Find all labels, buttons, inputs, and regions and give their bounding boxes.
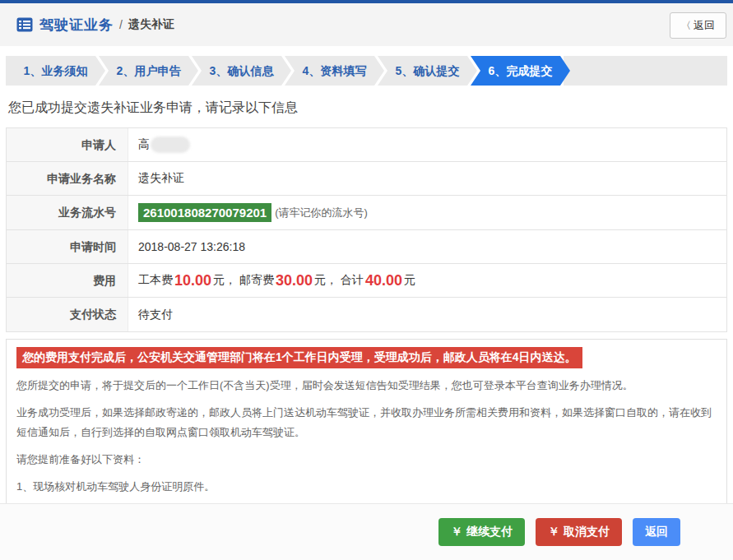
- serial-number-badge: 261001808270079201: [138, 203, 271, 222]
- step-tab-6: 6、完成提交: [471, 56, 570, 86]
- value-text: 高: [138, 137, 150, 152]
- table-row: 支付状态待支付: [7, 298, 726, 331]
- button-label: 取消支付: [564, 525, 610, 538]
- payment-alert-strip: 您的费用支付完成后，公安机关交通管理部门将在1个工作日内受理，受理成功后，邮政人…: [16, 347, 582, 368]
- table-row: 申请时间2018-08-27 13:26:18: [7, 230, 726, 264]
- value-text: 待支付: [138, 308, 173, 322]
- step-bar-filler: [564, 56, 727, 86]
- row-label: 支付状态: [7, 298, 128, 331]
- cancel-payment-button[interactable]: ￥取消支付: [536, 518, 622, 546]
- redacted-name-blob: [151, 137, 190, 153]
- step-progress-bar: 1、业务须知2、用户申告3、确认信息4、资料填写5、确认提交6、完成提交: [6, 56, 727, 86]
- serial-number-note: (请牢记你的流水号): [275, 206, 368, 220]
- yen-icon: ￥: [548, 525, 559, 538]
- fee-amount: 40.00: [365, 272, 402, 289]
- step-tab-1: 1、业务须知: [6, 56, 105, 86]
- row-label: 申请人: [7, 128, 128, 161]
- row-value: 工本费 10.00元， 邮寄费 30.00元， 合计 40.00元: [128, 264, 726, 297]
- success-message: 您已成功提交遗失补证业务申请，请记录以下信息: [8, 100, 725, 117]
- return-button[interactable]: 返回: [633, 518, 680, 546]
- back-button[interactable]: 〈返回: [670, 12, 726, 39]
- row-label: 申请业务名称: [7, 162, 128, 195]
- row-label: 申请时间: [7, 230, 128, 263]
- row-value: 待支付: [128, 298, 726, 331]
- value-text: 遗失补证: [138, 171, 184, 186]
- back-button-label: 返回: [694, 19, 715, 31]
- table-row: 费用工本费 10.00元， 邮寄费 30.00元， 合计 40.00元: [7, 264, 726, 298]
- step-tab-5: 5、确认提交: [378, 56, 477, 86]
- notice-paragraph: 1、现场核对机动车驾驶人身份证明原件。: [16, 477, 717, 497]
- value-text: 2018-08-27 13:26:18: [138, 240, 245, 253]
- fee-text: 工本费: [138, 273, 173, 288]
- button-label: 继续支付: [466, 525, 513, 538]
- license-list-icon: [16, 17, 33, 32]
- table-row: 申请人高: [7, 128, 726, 162]
- button-label: 返回: [645, 525, 668, 538]
- fee-amount: 30.00: [276, 272, 313, 289]
- back-chevron-icon: 〈: [681, 20, 691, 31]
- table-row: 业务流水号261001808270079201(请牢记你的流水号): [7, 196, 726, 230]
- breadcrumb-current: 遗失补证: [128, 17, 174, 32]
- row-value: 261001808270079201(请牢记你的流水号): [128, 196, 726, 229]
- page-header: 驾驶证业务 / 遗失补证 〈返回: [0, 3, 733, 46]
- action-button-bar: ￥继续支付￥取消支付返回: [0, 503, 733, 560]
- fee-text: 元， 合计: [314, 273, 364, 288]
- row-label: 费用: [7, 264, 128, 297]
- application-details-table: 申请人高申请业务名称遗失补证业务流水号261001808270079201(请牢…: [6, 127, 727, 332]
- continue-payment-button[interactable]: ￥继续支付: [438, 518, 525, 546]
- row-value: 高: [128, 128, 726, 161]
- step-tab-2: 2、用户申告: [99, 56, 198, 86]
- notice-paragraph: 您所提交的申请，将于提交后的一个工作日(不含当天)受理，届时会发送短信告知受理结…: [16, 376, 717, 396]
- page-title: 驾驶证业务: [39, 16, 114, 35]
- breadcrumb-separator: /: [119, 18, 123, 31]
- fee-text: 元: [404, 273, 415, 288]
- step-tab-3: 3、确认信息: [192, 56, 291, 86]
- step-tab-4: 4、资料填写: [285, 56, 384, 86]
- yen-icon: ￥: [451, 525, 462, 538]
- table-row: 申请业务名称遗失补证: [7, 162, 726, 196]
- fee-amount: 10.00: [174, 272, 211, 289]
- row-label: 业务流水号: [7, 196, 128, 229]
- fee-text: 元， 邮寄费: [213, 273, 274, 288]
- notice-paragraph: 请您提前准备好以下资料：: [16, 450, 717, 470]
- row-value: 2018-08-27 13:26:18: [128, 230, 726, 263]
- notice-paragraph: 业务成功受理后，如果选择邮政寄递的，邮政人员将上门送达机动车驾驶证，并收取办理业…: [16, 403, 717, 442]
- row-value: 遗失补证: [128, 162, 726, 195]
